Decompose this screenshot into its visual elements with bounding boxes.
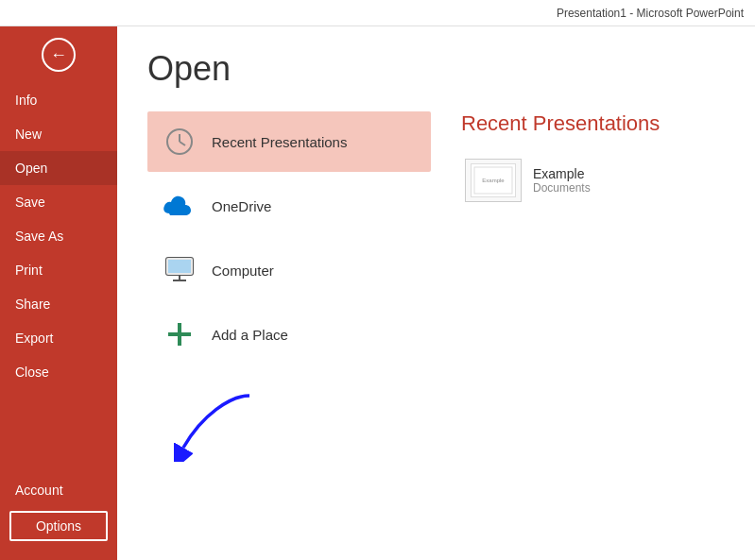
place-label-add-place: Add a Place [212, 327, 288, 343]
back-button[interactable]: ← [0, 26, 117, 83]
back-arrow-icon: ← [42, 38, 76, 72]
content-area: Open Recent Presentations [117, 26, 755, 560]
content-columns: Recent Presentations OneDrive [147, 111, 725, 537]
title-bar: Presentation1 - Microsoft PowerPoint [0, 0, 755, 26]
place-item-onedrive[interactable]: OneDrive [147, 176, 431, 236]
recent-section: Recent Presentations Example [461, 111, 725, 537]
place-label-recent: Recent Presentations [212, 134, 347, 150]
svg-line-2 [180, 142, 185, 145]
svg-rect-5 [168, 260, 191, 273]
sidebar-item-share[interactable]: Share [0, 287, 117, 321]
sidebar-item-close[interactable]: Close [0, 355, 117, 389]
file-info: Example Documents [533, 166, 591, 195]
place-label-computer: Computer [212, 263, 274, 279]
sidebar-item-print[interactable]: Print [0, 253, 117, 287]
places-list: Recent Presentations OneDrive [147, 111, 431, 537]
place-label-onedrive: OneDrive [212, 198, 271, 214]
sidebar-item-open[interactable]: Open [0, 151, 117, 185]
computer-icon [163, 253, 197, 287]
main-layout: ← Info New Open Save Save As Print Share… [0, 26, 755, 560]
clock-icon [163, 125, 197, 159]
file-thumbnail: Example [465, 159, 522, 202]
sidebar-item-export[interactable]: Export [0, 321, 117, 355]
place-item-recent[interactable]: Recent Presentations [147, 111, 431, 172]
plus-icon [163, 317, 197, 351]
file-name: Example [533, 166, 591, 181]
sidebar: ← Info New Open Save Save As Print Share… [0, 26, 117, 560]
svg-text:Example: Example [482, 178, 505, 183]
place-item-computer[interactable]: Computer [147, 240, 431, 300]
title-bar-text: Presentation1 - Microsoft PowerPoint [557, 7, 744, 20]
file-thumbnail-inner: Example [471, 163, 516, 197]
sidebar-bottom: Account Options [0, 473, 117, 560]
sidebar-item-info[interactable]: Info [0, 83, 117, 117]
options-button[interactable]: Options [9, 511, 108, 541]
page-title: Open [147, 49, 725, 89]
sidebar-item-save[interactable]: Save [0, 185, 117, 219]
sidebar-item-save-as[interactable]: Save As [0, 219, 117, 253]
place-item-add-place[interactable]: Add a Place [147, 304, 431, 365]
file-path: Documents [533, 181, 591, 195]
recent-section-title: Recent Presentations [461, 111, 725, 136]
sidebar-item-new[interactable]: New [0, 117, 117, 151]
cloud-icon [163, 189, 197, 223]
file-item[interactable]: Example Example Documents [461, 151, 725, 210]
sidebar-item-account[interactable]: Account [0, 473, 117, 507]
